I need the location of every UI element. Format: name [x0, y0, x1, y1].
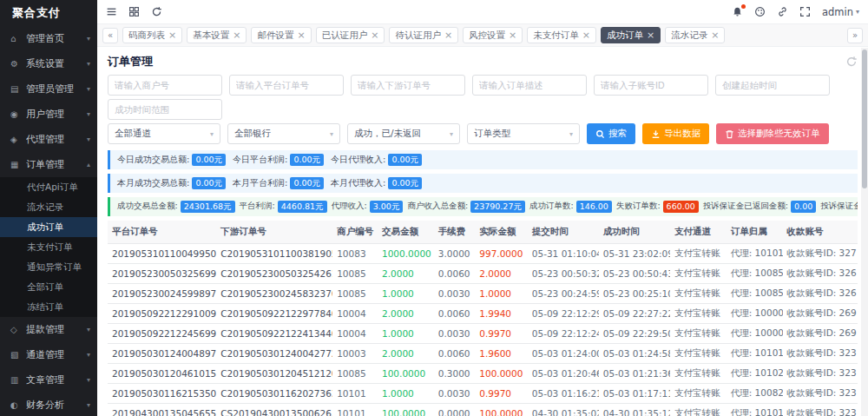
filter-select[interactable]: 全部银行▾	[227, 123, 340, 144]
table-row[interactable]: 20190503012400489754C2019050301240042772…	[108, 344, 858, 364]
chevron-down-icon: ▾	[87, 85, 90, 93]
table-row[interactable]: 20190523005032569953C2019052300503254261…	[108, 264, 858, 284]
sidebar-subitem-冻结订单[interactable]: 冻结订单	[0, 297, 97, 317]
palette-icon[interactable]	[754, 6, 766, 17]
filter-select[interactable]: 成功，已/未返回▾	[347, 123, 460, 144]
page-scrollbar[interactable]	[861, 48, 868, 416]
grid-icon[interactable]	[128, 6, 140, 17]
sidebar-item-用户管理[interactable]: ◉用户管理▾	[0, 102, 97, 127]
tab-流水记录[interactable]: 流水记录×	[665, 27, 725, 43]
tab-label: 邮件设置	[257, 30, 293, 42]
cell-submit_time: 05-23 00:50:32	[528, 264, 599, 284]
cell-owner: 代理: 10101	[727, 404, 783, 416]
filter-select[interactable]: 订单类型▾	[467, 123, 580, 144]
tab-label: 未支付订单	[533, 30, 579, 42]
tab-成功订单[interactable]: 成功订单×	[601, 27, 661, 43]
close-icon[interactable]: ×	[168, 30, 176, 40]
cell-owner: 代理: 10101	[727, 244, 783, 264]
search-button[interactable]: 搜索	[587, 123, 635, 144]
close-icon[interactable]: ×	[233, 30, 240, 40]
bell-icon[interactable]	[732, 6, 743, 17]
column-header: 平台订单号	[108, 221, 216, 244]
cell-success_time: 04-30 01:35:12	[599, 404, 670, 416]
close-icon[interactable]: ×	[444, 30, 452, 40]
fullscreen-icon[interactable]	[799, 6, 811, 17]
sidebar-item-文章管理[interactable]: ▥文章管理▾	[0, 367, 97, 393]
filter-input[interactable]	[351, 75, 465, 96]
cell-amount: 2.0000	[378, 264, 434, 284]
tab-基本设置[interactable]: 基本设置×	[187, 27, 247, 43]
card-refresh-icon[interactable]	[845, 56, 858, 68]
sidebar-item-管理员管理[interactable]: ▤管理员管理▾	[0, 76, 97, 102]
finance-icon: ◐	[10, 400, 23, 410]
stat-value-badge: 0.00元	[388, 177, 422, 188]
hamburger-icon[interactable]	[106, 6, 117, 17]
sidebar-item-系统设置[interactable]: ⚙系统设置▾	[0, 51, 97, 76]
sidebar-item-财务分析[interactable]: ◐财务分析▾	[0, 393, 97, 416]
sidebar-item-订单管理[interactable]: ▦订单管理▴	[0, 152, 97, 177]
sidebar-subitem-代付Api订单[interactable]: 代付Api订单	[0, 177, 97, 197]
close-icon[interactable]: ×	[509, 30, 516, 40]
sidebar-subitem-流水记录[interactable]: 流水记录	[0, 197, 97, 217]
close-icon[interactable]: ×	[297, 30, 305, 40]
success-time-range-input[interactable]	[108, 99, 222, 120]
close-icon[interactable]: ×	[711, 30, 719, 40]
export-data-button[interactable]: 导出数据	[642, 123, 709, 144]
stat-item: 商户收入总金额:23790.27元	[407, 201, 525, 212]
admin-menu[interactable]: admin ▾	[822, 6, 859, 18]
scrollbar-thumb[interactable]	[862, 50, 867, 188]
cell-submit_time: 05-09 22:12:29	[528, 304, 599, 324]
filter-input[interactable]	[229, 75, 344, 96]
table-row[interactable]: 20190523002459989752C2019052300245832376…	[108, 284, 858, 304]
filter-row-1	[108, 75, 858, 96]
sidebar-item-提款管理[interactable]: ◇提款管理▾	[0, 317, 97, 342]
table-row[interactable]: 20190503011621535010C2019050301162027363…	[108, 384, 858, 404]
chevron-down-icon: ▾	[87, 401, 90, 409]
tab-未支付订单[interactable]: 未支付订单×	[527, 27, 596, 43]
refresh-icon[interactable]	[151, 6, 162, 17]
sidebar-subitem-全部订单[interactable]: 全部订单	[0, 277, 97, 297]
sidebar-item-label: 系统设置	[26, 57, 85, 70]
close-icon[interactable]: ×	[582, 30, 590, 40]
tabs-scroll-right[interactable]: »	[847, 28, 863, 43]
chevron-down-icon: ▾	[210, 130, 214, 138]
filter-input[interactable]	[472, 75, 587, 96]
select-value: 全部银行	[234, 128, 271, 140]
stat-label: 投诉保证金已返回金额:	[703, 201, 788, 212]
delete-invalid-orders-button[interactable]: 选择删除些无效订单	[716, 123, 829, 144]
tab-已认证用户[interactable]: 已认证用户×	[316, 27, 385, 43]
chevron-down-icon: ▾	[856, 8, 859, 16]
filter-input[interactable]	[715, 75, 830, 96]
table-row[interactable]: 20190503012046101519C2019050301204512120…	[108, 364, 858, 384]
filter-input[interactable]	[108, 75, 222, 96]
tab-邮件设置[interactable]: 邮件设置×	[251, 27, 311, 43]
sidebar-subitem-通知异常订单[interactable]: 通知异常订单	[0, 257, 97, 277]
cell-success_time: 05-09 22:29:50	[599, 324, 670, 344]
stat-label: 投诉保证金冻结金额:	[820, 201, 858, 212]
cell-channel: 支付宝转账	[670, 304, 727, 324]
channels-icon: ▧	[10, 350, 23, 360]
sidebar-subitem-未支付订单[interactable]: 未支付订单	[0, 237, 97, 257]
sidebar-subitem-成功订单[interactable]: 成功订单	[0, 217, 97, 237]
sidebar-item-管理首页[interactable]: ⌂管理首页▾	[0, 26, 97, 51]
cell-owner: 代理: 10102	[727, 364, 783, 384]
sidebar-item-代理管理[interactable]: ◈代理管理▾	[0, 127, 97, 152]
cell-account: 收款账号ID: 326	[783, 264, 858, 284]
sidebar-item-通道管理[interactable]: ▧通道管理▾	[0, 342, 97, 367]
close-icon[interactable]: ×	[371, 30, 378, 40]
tabs-scroll-left[interactable]: «	[102, 28, 118, 43]
table-row[interactable]: 20190430013504565557CS20190430013500626.…	[108, 404, 858, 416]
tab-待认证用户[interactable]: 待认证用户×	[389, 27, 458, 43]
filter-input[interactable]	[594, 75, 708, 96]
table-row[interactable]: 20190509221224569996C2019050922122413446…	[108, 324, 858, 344]
cell-downstream: C20190523005032542611	[216, 264, 332, 284]
table-row[interactable]: 20190531011004995057C2019053101100381905…	[108, 244, 858, 264]
close-icon[interactable]: ×	[647, 30, 654, 40]
filter-select[interactable]: 全部通道▾	[108, 123, 220, 144]
link-icon[interactable]	[777, 6, 788, 17]
table-row[interactable]: 20190509221229100995C2019050922122977846…	[108, 304, 858, 324]
tab-码商列表[interactable]: 码商列表×	[122, 27, 182, 43]
tab-风控设置[interactable]: 风控设置×	[463, 27, 523, 43]
cell-submit_time: 05-03 01:24:00	[528, 344, 599, 364]
stat-value-badge: 3.00元	[370, 201, 404, 212]
